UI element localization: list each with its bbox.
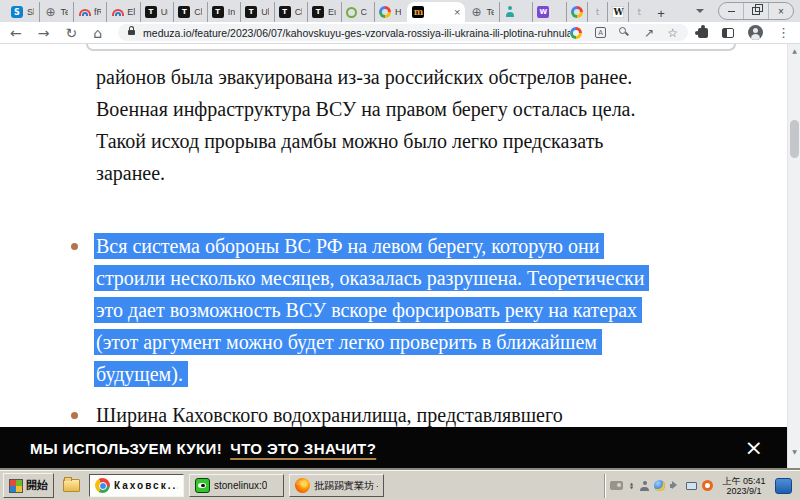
address-bar[interactable]: meduza.io/feature/2023/06/07/kahovskuyu-… [118, 24, 688, 41]
extensions-icon[interactable] [698, 28, 708, 38]
scrollbar-thumb[interactable] [790, 120, 799, 158]
url-text[interactable]: meduza.io/feature/2023/06/07/kahovskuyu-… [143, 27, 570, 39]
paragraph: районов была эвакуирована из-за российск… [96, 61, 726, 189]
bookmark-star-icon[interactable]: ☆ [667, 27, 678, 39]
start-label: 開始 [26, 478, 48, 493]
reload-button[interactable]: ↻ [65, 26, 77, 40]
page-content: районов была эвакуирована из-за российск… [0, 44, 800, 470]
start-button[interactable]: 開始 [3, 473, 54, 498]
tab-label: In [228, 7, 235, 17]
scrollbar[interactable]: ▲ ▼ [787, 44, 800, 470]
taskbar-button-chrome[interactable]: Каховск... [89, 474, 184, 497]
sidebar-icon[interactable] [722, 28, 734, 38]
tab-Ch[interactable]: TCh [173, 2, 206, 22]
tv-icon: T [312, 6, 324, 18]
update-ball-icon[interactable] [702, 480, 713, 491]
tab-Eu[interactable]: TEu [307, 2, 340, 22]
menu-dots-icon[interactable]: ⋮ [777, 26, 790, 39]
tray-icons: ▲ ▼ [610, 480, 713, 492]
zoom-icon[interactable] [619, 27, 631, 39]
back-button[interactable]: ← [10, 26, 22, 40]
taskbar-button-firefox[interactable]: 批踢踢實業坊 — ... [289, 474, 384, 497]
minimize-button[interactable] [719, 3, 743, 19]
tab-label: El [127, 7, 134, 17]
cookie-link[interactable]: ЧТО ЭТО ЗНАЧИТ? [230, 440, 376, 457]
share-icon[interactable]: ↗ [644, 27, 654, 39]
language-indicator-icon[interactable] [775, 478, 792, 494]
scroll-up-icon[interactable]: ▲ [788, 44, 800, 57]
meduza-icon: m [412, 6, 424, 18]
tab-Ch[interactable]: TCh [274, 2, 307, 22]
tab-google[interactable] [566, 2, 587, 22]
lock-icon[interactable] [128, 30, 135, 35]
tab-Te[interactable]: ⊕Te [465, 2, 498, 22]
tab-In[interactable]: TIn [207, 2, 240, 22]
tab-label: fR [94, 7, 101, 17]
display-icon[interactable] [686, 482, 697, 490]
folder-icon[interactable] [63, 479, 80, 492]
taskbar-button-label: 批踢踢實業坊 — ... [314, 479, 378, 493]
tv-icon: T [245, 6, 257, 18]
taskbar: 開始 Каховск...stonelinux:0批踢踢實業坊 — ... ▲ … [0, 470, 800, 500]
wiki-purple-icon: W [537, 6, 549, 18]
tab-person[interactable] [499, 2, 532, 22]
speaker-icon[interactable] [670, 480, 681, 491]
taskbar-button-x11vnc[interactable]: stonelinux:0 [189, 474, 284, 497]
tab-H[interactable]: H [374, 2, 407, 22]
restore-button[interactable] [743, 3, 768, 19]
tab-label: Te [486, 7, 493, 17]
cookie-banner: МЫ ИСПОЛЬЗУЕМ КУКИ! ЧТО ЭТО ЗНАЧИТ? × [0, 427, 787, 469]
tv-icon: T [145, 6, 157, 18]
bullet-text: Вся система обороны ВС РФ на левом берег… [94, 233, 649, 387]
hidden-arrows-icon[interactable]: ▲ ▼ [628, 480, 635, 492]
tab-strip: SSk⊕TefRElTUrTChTInTUbTChTEuCHm×⊕TeWtWWt… [0, 0, 800, 22]
translate-icon[interactable]: A [595, 27, 606, 38]
forward-button[interactable]: → [38, 26, 50, 40]
tab-El[interactable]: El [106, 2, 139, 22]
tab-fR[interactable]: fR [73, 2, 106, 22]
article-text: районов была эвакуирована из-за российск… [96, 44, 726, 470]
tab-label: Sk [27, 7, 34, 17]
bullet-selected: Вся система обороны ВС РФ на левом берег… [96, 230, 726, 390]
tab-label: Ur [161, 7, 168, 17]
camera-icon[interactable] [610, 481, 623, 490]
tab-meduza[interactable]: m× [407, 2, 465, 22]
home-button[interactable]: ⌂ [93, 26, 102, 40]
profile-avatar[interactable] [748, 25, 763, 40]
windows-logo-icon [9, 479, 23, 493]
new-tab-button[interactable]: + [651, 4, 671, 22]
tab-Sk[interactable]: SSk [6, 2, 39, 22]
google-icon [379, 6, 391, 18]
firefox-icon [295, 478, 310, 493]
tab-wiki-purple[interactable]: W [532, 2, 565, 22]
tab-C[interactable]: C [341, 2, 374, 22]
tab-label: Ch [295, 7, 302, 17]
clock-time: 上午 05:41 [718, 476, 770, 486]
tab-stub[interactable]: t [628, 2, 649, 22]
tab-label: Ch [194, 7, 201, 17]
x11vnc-icon [195, 478, 210, 493]
tab-close-icon[interactable]: × [454, 6, 460, 18]
tv-icon: T [178, 6, 190, 18]
chrome-icon [95, 478, 110, 493]
person-small-icon[interactable] [640, 481, 649, 491]
close-window-button[interactable]: × [768, 3, 793, 19]
browser-toolbar: ← → ↻ ⌂ meduza.io/feature/2023/06/07/kah… [0, 22, 800, 44]
tv-icon: T [212, 6, 224, 18]
tab-Ub[interactable]: TUb [240, 2, 273, 22]
taskbar-button-label: Каховск... [114, 480, 178, 491]
person-icon [504, 6, 516, 18]
tab-stub[interactable]: t [587, 2, 608, 22]
taskbar-clock[interactable]: 上午 05:41 2023/9/1 [718, 476, 770, 496]
tab-Ur[interactable]: TUr [140, 2, 173, 22]
scroll-down-icon[interactable]: ▼ [788, 445, 800, 458]
security-shield-icon[interactable] [654, 480, 665, 491]
tab-W[interactable]: WW [607, 2, 628, 22]
tab-Te[interactable]: ⊕Te [39, 2, 72, 22]
tab-search-chevron-icon[interactable] [696, 9, 704, 13]
wikipedia-icon: W [612, 6, 624, 18]
tab-label: C [361, 7, 368, 17]
cookie-close-icon[interactable]: × [745, 437, 763, 459]
google-icon[interactable] [570, 27, 582, 39]
system-tray: ▲ ▼ 上午 05:41 2023/9/1 [604, 474, 797, 498]
